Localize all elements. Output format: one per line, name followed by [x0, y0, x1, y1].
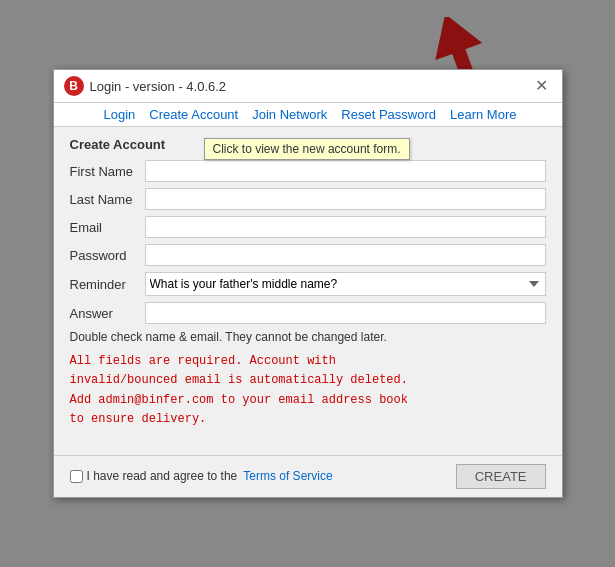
app-icon: B — [64, 76, 84, 96]
first-name-row: First Name — [70, 160, 546, 182]
form-content: Create Account First Name Last Name Emai… — [54, 127, 562, 455]
reminder-select[interactable]: What is your father's middle name? What … — [145, 272, 546, 296]
warning-text: All fields are required. Account with in… — [70, 352, 546, 433]
answer-input[interactable] — [145, 302, 546, 324]
reminder-row: Reminder What is your father's middle na… — [70, 272, 546, 296]
tooltip: Click to view the new account form. — [204, 138, 410, 160]
app-icon-letter: B — [69, 79, 78, 93]
tos-link[interactable]: Terms of Service — [243, 469, 332, 483]
answer-row: Answer — [70, 302, 546, 324]
title-bar-left: B Login - version - 4.0.6.2 — [64, 76, 227, 96]
nav-login[interactable]: Login — [104, 107, 136, 122]
create-button[interactable]: CREATE — [456, 464, 546, 489]
reminder-label: Reminder — [70, 277, 145, 292]
nav-bar: Login Create Account Join Network Reset … — [54, 103, 562, 127]
password-row: Password — [70, 244, 546, 266]
nav-join-network[interactable]: Join Network — [252, 107, 327, 122]
first-name-input[interactable] — [145, 160, 546, 182]
nav-reset-password[interactable]: Reset Password — [341, 107, 436, 122]
close-button[interactable]: ✕ — [531, 76, 552, 96]
last-name-input[interactable] — [145, 188, 546, 210]
tos-checkbox[interactable] — [70, 470, 83, 483]
password-label: Password — [70, 248, 145, 263]
email-row: Email — [70, 216, 546, 238]
note-text: Double check name & email. They cannot b… — [70, 330, 546, 344]
tos-checkbox-text: I have read and agree to the — [87, 469, 238, 483]
password-input[interactable] — [145, 244, 546, 266]
nav-create-account[interactable]: Create Account — [149, 107, 238, 122]
tos-checkbox-label: I have read and agree to the — [70, 469, 238, 483]
email-label: Email — [70, 220, 145, 235]
footer: I have read and agree to the Terms of Se… — [54, 455, 562, 497]
email-input[interactable] — [145, 216, 546, 238]
title-bar: B Login - version - 4.0.6.2 ✕ — [54, 70, 562, 103]
answer-label: Answer — [70, 306, 145, 321]
last-name-label: Last Name — [70, 192, 145, 207]
last-name-row: Last Name — [70, 188, 546, 210]
window-title: Login - version - 4.0.6.2 — [90, 79, 227, 94]
nav-learn-more[interactable]: Learn More — [450, 107, 516, 122]
tooltip-text: Click to view the new account form. — [213, 142, 401, 156]
first-name-label: First Name — [70, 164, 145, 179]
main-window: B Login - version - 4.0.6.2 ✕ Login Crea… — [53, 69, 563, 498]
